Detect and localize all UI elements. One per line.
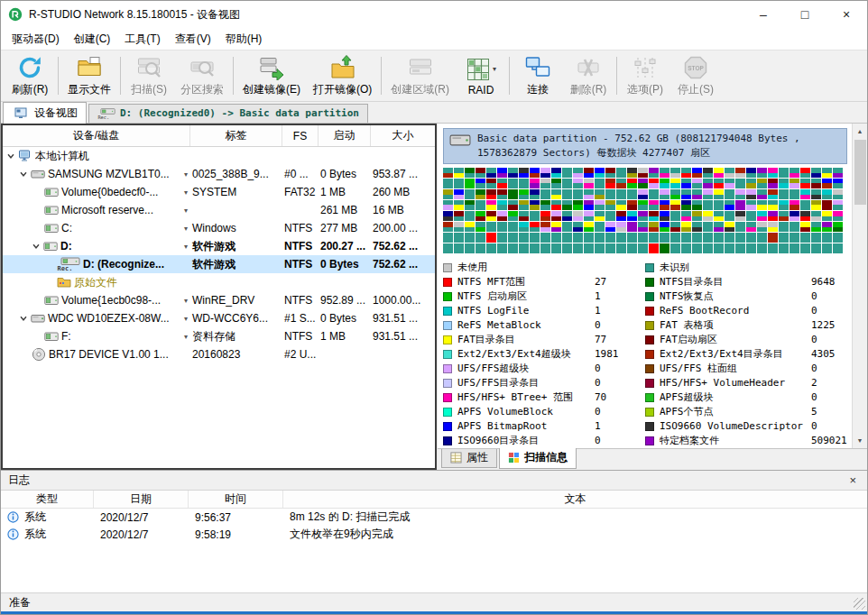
chevron-down-icon[interactable]	[32, 242, 41, 251]
device-label: 0025_388B_9...	[190, 165, 282, 183]
legend-value: 9648	[811, 276, 836, 288]
delete-icon	[576, 54, 601, 81]
toolbar-show-files-button[interactable]: 显示文件	[61, 52, 117, 99]
combo-dropdown-icon[interactable]: ▾	[184, 297, 188, 305]
scrollbar-thumb[interactable]	[854, 140, 866, 205]
menu-drive[interactable]: 驱动器(D)	[5, 29, 67, 50]
map-block	[714, 222, 724, 232]
combo-dropdown-icon[interactable]: ▾	[184, 225, 188, 233]
combo-dropdown-icon[interactable]: ▾	[184, 207, 188, 215]
toolbar-separator	[58, 57, 59, 95]
device-row-d-drive[interactable]: D:▾软件游戏NTFS200.27 ...752.62 ...	[3, 237, 435, 255]
device-row-samsung[interactable]: SAMSUNG MZVLB1T0...▾0025_388B_9...#0 ...…	[3, 165, 435, 183]
map-block	[681, 189, 691, 199]
log-close-icon[interactable]: ×	[845, 473, 860, 487]
map-block	[833, 200, 843, 210]
chevron-down-icon[interactable]	[6, 151, 15, 161]
toolbar-connect-button[interactable]: 连接	[512, 52, 563, 99]
device-row-volume-1ecb0c98[interactable]: Volume{1ecb0c98-...▾WinRE_DRVNTFS952.89 …	[3, 291, 435, 309]
map-block	[822, 179, 832, 188]
map-block	[811, 168, 821, 178]
menu-view[interactable]: 查看(V)	[168, 29, 218, 50]
device-row-local-computer[interactable]: 本地计算机	[3, 147, 435, 165]
toolbar-raid-button[interactable]: ▾RAID	[456, 52, 506, 99]
device-row-d-recognized[interactable]: Rec.D: (Recognize...软件游戏NTFS0 Bytes752.6…	[3, 255, 435, 273]
resize-grip[interactable]	[854, 598, 865, 610]
combo-dropdown-icon[interactable]: ▾	[184, 333, 188, 341]
device-name-cell: 原始文件	[3, 273, 190, 291]
map-block	[681, 243, 691, 253]
map-block	[822, 168, 832, 178]
scroll-up-arrow-icon[interactable]: ▲	[853, 124, 867, 139]
device-row-wdc[interactable]: WDC WD10EZEX-08W...▾WD-WCC6Y6...#1 S...0…	[3, 309, 435, 327]
partition-icon	[44, 185, 59, 199]
map-block	[822, 233, 832, 243]
tab-recognized-partition[interactable]: Rec.D: (Recognized0) -> Basic data parti…	[88, 104, 368, 123]
menu-help[interactable]: 帮助(H)	[218, 29, 270, 50]
column-header-start: 启动	[319, 125, 371, 146]
map-block	[757, 168, 767, 178]
map-block	[519, 168, 529, 178]
map-block	[779, 222, 789, 232]
device-row-c-drive[interactable]: C:▾WindowsNTFS277 MB200.00 ...	[3, 219, 435, 237]
device-row-br17[interactable]: BR17 DEVICE V1.00 1...20160823#2 U...	[3, 345, 435, 363]
toolbar-create-image-button[interactable]: 创建镜像(E)	[236, 52, 307, 99]
main-area: 设备/磁盘 标签 FS 启动 大小 本地计算机SAMSUNG MZVLB1T0.…	[1, 124, 867, 470]
menu-tools[interactable]: 工具(T)	[117, 29, 167, 50]
map-block	[790, 222, 799, 232]
chevron-down-icon[interactable]	[19, 170, 28, 179]
scan-legend-right-column: 未识别NTFS目录条目9648NTFS恢复点0ReFS BootRecord0F…	[645, 261, 847, 448]
map-block	[519, 233, 529, 243]
combo-dropdown-icon[interactable]: ▾	[184, 315, 188, 323]
map-block	[540, 233, 550, 243]
device-name: WDC WD10EZEX-08W...	[48, 312, 170, 325]
toolbar-stop-button: STOP停止(S)	[670, 52, 721, 99]
partition-icon	[44, 203, 59, 217]
log-row[interactable]: 系统2020/12/79:58:19文件枚举在9秒内完成	[1, 526, 867, 543]
map-block	[800, 233, 810, 243]
map-block	[800, 179, 810, 188]
scan-partition-summary: Basic data partition - 752.62 GB (808121…	[477, 132, 841, 161]
map-block	[746, 200, 756, 210]
combo-dropdown-icon[interactable]: ▾	[184, 188, 188, 197]
tab-scan-information[interactable]: 扫描信息	[499, 448, 577, 469]
log-title: 日志	[8, 473, 30, 488]
map-block	[757, 200, 767, 210]
device-row-volume-0bedecf0[interactable]: Volume{0bedecf0-...▾SYSTEMFAT321 MB260 M…	[3, 183, 435, 201]
partition-icon	[44, 221, 59, 235]
map-block	[800, 168, 810, 178]
toolbar-refresh-button[interactable]: 刷新(R)	[5, 52, 55, 99]
map-block	[540, 189, 550, 199]
legend-swatch	[645, 335, 654, 344]
minimize-button[interactable]: –	[743, 1, 784, 28]
scroll-down-arrow-icon[interactable]: ▼	[853, 433, 867, 448]
map-block	[573, 179, 583, 188]
map-block	[725, 200, 734, 210]
log-row[interactable]: 系统2020/12/79:56:378m 12s 的 D: 扫描已完成	[1, 509, 867, 526]
combo-dropdown-icon[interactable]: ▾	[184, 243, 188, 251]
close-button[interactable]: ×	[826, 1, 867, 28]
device-fs: #0 ...	[282, 165, 319, 183]
map-block	[638, 233, 648, 243]
scrollbar-track[interactable]	[853, 205, 867, 433]
toolbar-open-image-button[interactable]: 打开镜像(O)	[307, 52, 378, 99]
device-row-raw-files[interactable]: 原始文件	[3, 273, 435, 291]
window-accent-border	[1, 611, 867, 614]
map-block	[476, 211, 485, 221]
combo-dropdown-icon[interactable]: ▾	[184, 170, 188, 179]
legend-item: UFS/FFS超级块0	[443, 362, 645, 376]
device-row-microsoft-reserved[interactable]: Microsoft reserve...▾261 MB16 MB	[3, 201, 435, 219]
map-block	[540, 200, 550, 210]
dropdown-arrow-icon[interactable]: ▾	[493, 65, 496, 73]
device-row-f-drive[interactable]: F:▾资料存储NTFS1 MB931.51 ...	[3, 327, 435, 345]
maximize-button[interactable]: □	[784, 1, 826, 28]
vertical-scrollbar[interactable]: ▲ ▼	[852, 124, 867, 448]
scan-block-map[interactable]	[443, 168, 847, 253]
map-block	[692, 211, 702, 221]
tab-properties[interactable]: 属性	[441, 449, 497, 468]
toolbar-scan-button: 扫描(S)	[124, 52, 174, 99]
tab-device-view[interactable]: 设备视图	[3, 102, 87, 124]
menu-create[interactable]: 创建(C)	[67, 29, 118, 50]
map-block	[465, 233, 475, 243]
chevron-down-icon[interactable]	[19, 314, 28, 323]
